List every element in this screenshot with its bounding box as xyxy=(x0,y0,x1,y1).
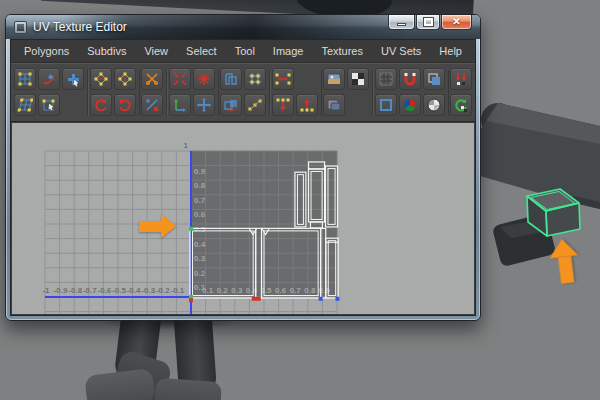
move-vertex-button[interactable] xyxy=(193,94,215,116)
toolbar-separator xyxy=(319,70,323,116)
menu-item-view[interactable]: View xyxy=(135,40,177,62)
grid-uv-icon xyxy=(247,71,263,87)
robot-foot-right[interactable] xyxy=(154,378,222,400)
image-display-icon xyxy=(326,71,342,87)
maximize-button[interactable] xyxy=(416,15,440,30)
svg-text:-0.7: -0.7 xyxy=(83,286,97,295)
merge-uv-icon xyxy=(196,71,212,87)
magnet-snap-button[interactable] xyxy=(399,68,421,90)
merge-uv-button[interactable] xyxy=(193,68,215,90)
robot-legs[interactable] xyxy=(0,314,600,400)
snap-down-button[interactable] xyxy=(272,94,294,116)
menu-item-select[interactable]: Select xyxy=(177,40,226,62)
menu-item-textures[interactable]: Textures xyxy=(312,40,372,62)
image-display-button[interactable] xyxy=(323,68,345,90)
rotate-cw-icon xyxy=(117,97,133,113)
align-dots-button[interactable] xyxy=(244,94,266,116)
image-range-icon xyxy=(326,97,342,113)
svg-text:1: 1 xyxy=(184,141,189,150)
refresh-uv-button[interactable] xyxy=(450,94,472,116)
uv-smudge-button[interactable] xyxy=(38,68,60,90)
axis-orient-button[interactable] xyxy=(169,94,191,116)
pixel-snap-button[interactable] xyxy=(450,68,472,90)
unfold-v-button[interactable] xyxy=(114,68,136,90)
move-uv-shell-button[interactable] xyxy=(62,68,84,90)
svg-text:0.2: 0.2 xyxy=(217,286,229,295)
cut-uv-button[interactable] xyxy=(141,68,163,90)
spread-horizontal-icon xyxy=(275,71,291,87)
toolbar-spacer xyxy=(296,68,318,90)
spread-horizontal-button[interactable] xyxy=(272,68,294,90)
shell-border-button[interactable] xyxy=(375,94,397,116)
snap-down-icon xyxy=(275,97,291,113)
toolbar-group xyxy=(169,68,215,118)
viewport-3d: UV Texture Editor ✕ PolygonsSubdivsViewS… xyxy=(0,0,600,400)
toolbar-group xyxy=(272,68,318,118)
toolbar-separator xyxy=(446,70,450,116)
sew-uv-icon xyxy=(144,97,160,113)
contract-edges-button[interactable] xyxy=(169,68,191,90)
uv-lattice-button[interactable] xyxy=(14,68,36,90)
overlap-shells-button[interactable] xyxy=(423,68,445,90)
toolbar-separator xyxy=(370,70,374,116)
uv-lattice2-icon xyxy=(17,97,33,113)
snap-up-icon xyxy=(299,97,315,113)
rgb-channels-button[interactable] xyxy=(399,94,421,116)
svg-text:0.1: 0.1 xyxy=(194,283,206,292)
rotate-ccw-button[interactable] xyxy=(90,94,112,116)
svg-text:0.5: 0.5 xyxy=(194,225,206,234)
menu-item-polygons[interactable]: Polygons xyxy=(15,40,78,62)
titlebar[interactable]: UV Texture Editor ✕ xyxy=(6,15,480,39)
svg-text:-0.9: -0.9 xyxy=(54,286,68,295)
uv-lattice2-button[interactable] xyxy=(14,94,36,116)
toolbar-separator xyxy=(85,70,89,116)
window-title: UV Texture Editor xyxy=(33,20,127,34)
svg-text:0.6: 0.6 xyxy=(194,210,206,219)
magnet-snap-icon xyxy=(402,71,418,87)
robot-foot-left[interactable] xyxy=(84,368,156,400)
layout-uv-button[interactable] xyxy=(220,68,242,90)
unfold-u-icon xyxy=(93,71,109,87)
menu-item-tool[interactable]: Tool xyxy=(226,40,264,62)
svg-text:0.8: 0.8 xyxy=(194,181,206,190)
svg-text:-0.5: -0.5 xyxy=(112,286,126,295)
flip-shell-icon xyxy=(223,97,239,113)
pixel-snap-icon xyxy=(453,71,469,87)
rotate-cw-button[interactable] xyxy=(114,94,136,116)
uv-smudge-icon xyxy=(41,71,57,87)
image-range-button[interactable] xyxy=(323,94,345,116)
uv-smear-button[interactable] xyxy=(38,94,60,116)
overlap-shells-icon xyxy=(426,71,442,87)
svg-text:0.5: 0.5 xyxy=(260,286,272,295)
svg-text:-0.2: -0.2 xyxy=(156,286,170,295)
menu-item-image[interactable]: Image xyxy=(264,40,313,62)
checker-display-button[interactable] xyxy=(347,68,369,90)
alpha-channel-icon xyxy=(426,97,442,113)
close-button[interactable]: ✕ xyxy=(441,15,472,30)
toolbar-group xyxy=(375,68,445,118)
refresh-uv-icon xyxy=(453,97,469,113)
uv-editor-arrow xyxy=(139,214,176,238)
unfold-v-icon xyxy=(117,71,133,87)
toolbar-group xyxy=(220,68,266,118)
flip-shell-button[interactable] xyxy=(220,94,242,116)
uv-smear-icon xyxy=(41,97,57,113)
svg-text:0.7: 0.7 xyxy=(290,286,302,295)
robot-arm-right[interactable] xyxy=(470,103,600,209)
snap-up-button[interactable] xyxy=(296,94,318,116)
menu-item-help[interactable]: Help xyxy=(430,40,471,62)
dim-image-button[interactable] xyxy=(375,68,397,90)
sew-uv-button[interactable] xyxy=(141,94,163,116)
align-dots-icon xyxy=(247,97,263,113)
unfold-u-button[interactable] xyxy=(90,68,112,90)
minimize-icon xyxy=(397,23,406,26)
uv-canvas[interactable]: -1-0.9-0.8-0.7-0.6-0.5-0.4-0.3-0.2-0.10.… xyxy=(12,123,474,314)
alpha-channel-button[interactable] xyxy=(423,94,445,116)
toolbar-spacer xyxy=(62,94,84,116)
minimize-button[interactable] xyxy=(388,15,415,30)
svg-text:1: 1 xyxy=(337,286,342,295)
menu-item-uv-sets[interactable]: UV Sets xyxy=(372,40,430,62)
grid-uv-button[interactable] xyxy=(244,68,266,90)
menu-item-subdivs[interactable]: Subdivs xyxy=(78,40,135,62)
app-icon[interactable] xyxy=(14,21,27,34)
